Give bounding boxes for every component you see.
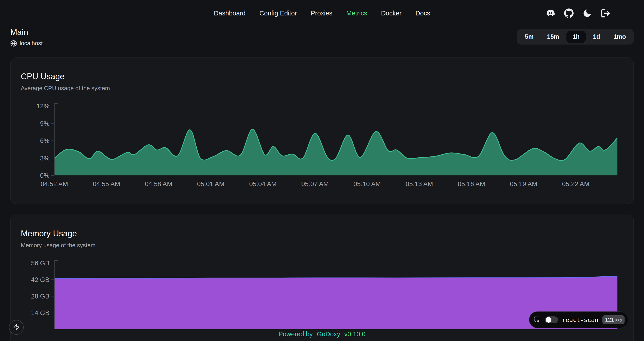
time-range-5m[interactable]: 5m <box>518 31 540 43</box>
time-range-1d[interactable]: 1d <box>587 31 606 43</box>
nav-dashboard[interactable]: Dashboard <box>214 10 246 17</box>
inspect-button[interactable] <box>533 316 541 323</box>
svg-text:3%: 3% <box>40 155 50 162</box>
nav-proxies[interactable]: Proxies <box>311 10 332 17</box>
dark-mode-moon-icon <box>582 8 592 18</box>
svg-text:14 GB: 14 GB <box>31 309 50 316</box>
nav-metrics[interactable]: Metrics <box>346 10 367 17</box>
time-range-1mo[interactable]: 1mo <box>607 31 632 43</box>
fps-unit: FPS <box>616 318 622 322</box>
page-head-left: Main localhost <box>10 28 43 47</box>
discord-button[interactable] <box>545 8 556 18</box>
page-title: Main <box>10 28 43 37</box>
top-nav: Dashboard Config Editor Proxies Metrics … <box>0 0 644 27</box>
svg-text:9%: 9% <box>40 120 50 127</box>
svg-text:05:01 AM: 05:01 AM <box>197 180 224 187</box>
discord-icon <box>545 8 556 18</box>
nav-icon-group <box>545 8 610 18</box>
toggle-knob <box>546 317 552 323</box>
svg-text:04:52 AM: 04:52 AM <box>41 180 68 187</box>
svg-text:04:58 AM: 04:58 AM <box>145 180 172 187</box>
github-button[interactable] <box>564 8 574 18</box>
lightning-icon <box>13 324 20 331</box>
globe-icon <box>10 40 17 47</box>
svg-text:42 GB: 42 GB <box>31 276 50 283</box>
svg-text:05:07 AM: 05:07 AM <box>302 180 329 187</box>
nav-config-editor[interactable]: Config Editor <box>260 10 297 17</box>
svg-text:05:16 AM: 05:16 AM <box>458 180 485 187</box>
footer: Powered by GoDoxy v0.10.0 <box>0 330 644 338</box>
time-range-control: 5m 15m 1h 1d 1mo <box>517 29 634 45</box>
cpu-usage-card: CPU Usage Average CPU usage of the syste… <box>10 58 634 204</box>
godoxy-link[interactable]: GoDoxy <box>317 330 340 338</box>
react-scan-label: react-scan <box>562 316 598 323</box>
svg-text:0%: 0% <box>40 172 50 179</box>
cpu-card-title: CPU Usage <box>21 72 623 82</box>
svg-text:05:10 AM: 05:10 AM <box>354 180 381 187</box>
logout-button[interactable] <box>600 8 610 18</box>
logout-icon <box>600 8 610 18</box>
memory-usage-chart: 14 GB28 GB42 GB56 GB <box>21 260 624 341</box>
nav-docker[interactable]: Docker <box>381 10 402 17</box>
footer-powered-by: Powered by <box>278 330 312 338</box>
svg-text:05:22 AM: 05:22 AM <box>562 180 590 187</box>
fps-value: 121 <box>605 317 614 323</box>
nav-links: Dashboard Config Editor Proxies Metrics … <box>214 10 430 17</box>
nav-docs[interactable]: Docs <box>416 10 430 17</box>
svg-text:6%: 6% <box>40 137 50 144</box>
github-icon <box>564 8 574 18</box>
page-head: Main localhost 5m 15m 1h 1d 1mo <box>0 27 644 47</box>
lightning-button[interactable] <box>9 320 24 335</box>
host-label: localhost <box>20 40 43 47</box>
react-scan-toggle[interactable] <box>545 316 558 323</box>
time-range-1h[interactable]: 1h <box>566 31 586 43</box>
cpu-usage-chart: 0%3%6%9%12%04:52 AM04:55 AM04:58 AM05:01… <box>21 103 624 195</box>
react-scan-toolbar: react-scan 121 FPS <box>529 311 628 328</box>
time-range-15m[interactable]: 15m <box>541 31 565 43</box>
fps-badge: 121 FPS <box>602 315 624 324</box>
theme-toggle-button[interactable] <box>582 8 592 18</box>
svg-text:28 GB: 28 GB <box>31 293 50 300</box>
svg-text:05:13 AM: 05:13 AM <box>406 180 433 187</box>
host-row: localhost <box>10 40 43 47</box>
cpu-card-subtitle: Average CPU usage of the system <box>21 85 623 92</box>
svg-text:12%: 12% <box>36 103 50 110</box>
svg-text:04:55 AM: 04:55 AM <box>93 180 120 187</box>
inspect-icon <box>533 316 541 323</box>
svg-text:05:19 AM: 05:19 AM <box>510 180 537 187</box>
memory-card-title: Memory Usage <box>21 229 623 238</box>
svg-text:56 GB: 56 GB <box>31 260 50 267</box>
memory-card-subtitle: Memory usage of the system <box>21 242 623 249</box>
svg-text:05:04 AM: 05:04 AM <box>249 180 276 187</box>
footer-version: v0.10.0 <box>344 330 366 338</box>
